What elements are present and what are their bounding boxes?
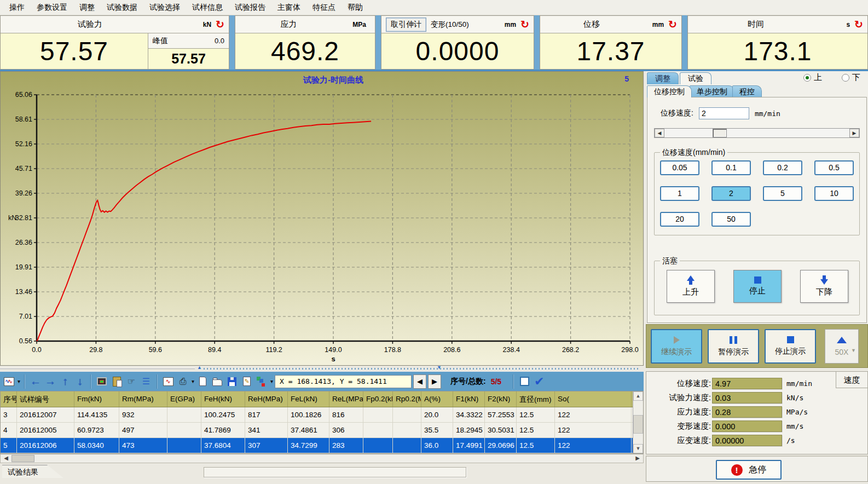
table-row-3[interactable]: 3201612007114.4135932100.2475817100.1826… (1, 407, 633, 423)
menu-item-4[interactable]: 试验选择 (143, 1, 186, 15)
slider-thumb[interactable] (713, 129, 727, 137)
piston-stop-button[interactable]: 停止 (733, 270, 782, 303)
tab-adjust[interactable]: 调整 (647, 72, 679, 84)
speed-preset-2[interactable]: 2 (711, 186, 751, 201)
speed-preset-1[interactable]: 1 (660, 186, 699, 201)
print-dropdown-icon[interactable]: ▾ (192, 378, 194, 384)
menu-item-3[interactable]: 试验数据 (101, 1, 143, 15)
table-row-5[interactable]: 520161200658.034047337.680430734.7299283… (1, 438, 633, 453)
tab-speed[interactable]: 速度 (836, 372, 867, 388)
piston-up-button[interactable]: 上升 (667, 270, 715, 303)
table-row-4[interactable]: 420161200560.972349741.786934137.4861306… (1, 423, 633, 438)
scroll-thumb[interactable] (633, 415, 643, 434)
confirm-check-icon[interactable]: ✔ (533, 375, 546, 388)
splitter-collapse-up-icon[interactable]: ▲ (197, 365, 202, 370)
scroll-left-icon[interactable]: ◀ (1, 454, 11, 463)
save-icon[interactable] (225, 375, 239, 388)
radio-up[interactable]: 上 (803, 72, 822, 83)
speed-preset-0.1[interactable]: 0.1 (711, 160, 751, 175)
report-icon[interactable]: ✎ (240, 375, 253, 388)
menu-item-5[interactable]: 试样信息 (186, 1, 229, 15)
emergency-stop-button[interactable]: ! 急停 (716, 460, 782, 480)
tab-test-results[interactable]: 试验结果 (2, 465, 63, 478)
slider-left-icon[interactable]: ◀ (655, 129, 664, 137)
menu-item-1[interactable]: 参数设置 (31, 1, 73, 15)
deformation-refresh-icon[interactable]: ↻ (520, 19, 529, 30)
export-icon[interactable] (255, 375, 268, 388)
table-horizontal-scrollbar[interactable]: ◀ ▶ (0, 454, 644, 463)
svg-text:32.81: 32.81 (15, 214, 32, 222)
stop-demo-button[interactable]: 停止演示 (765, 329, 816, 364)
force-refresh-icon[interactable]: ↻ (216, 19, 224, 30)
chart-table-splitter[interactable]: ▲ ▼ (0, 366, 644, 371)
force-time-chart[interactable]: 65.0658.6152.1645.7139.2632.8126.3619.91… (0, 71, 644, 366)
subtab-program-control[interactable]: 程控 (732, 85, 762, 97)
export-dropdown-icon[interactable]: ▾ (270, 378, 273, 384)
tab-test[interactable]: 试验 (680, 72, 711, 84)
menu-item-9[interactable]: 帮助 (342, 1, 369, 15)
svg-text:52.16: 52.16 (15, 140, 32, 148)
speed-preset-50[interactable]: 50 (711, 212, 751, 227)
data-list-icon[interactable]: ☰ (140, 375, 153, 388)
displacement-refresh-icon[interactable]: ↻ (668, 19, 677, 30)
deformation-panel: 取引伸计 变形(10/50) mm ↻ 0.0000 (381, 15, 534, 70)
radio-up-dot[interactable] (803, 74, 811, 82)
radio-down-dot[interactable] (842, 74, 849, 82)
menu-item-8[interactable]: 特征点 (306, 1, 342, 15)
speed-preset-0.5[interactable]: 0.5 (814, 160, 854, 175)
curve-type-dropdown-icon[interactable]: ▾ (18, 378, 20, 384)
curve-type-icon[interactable]: ∿∿ (2, 375, 15, 388)
new-file-icon[interactable] (196, 375, 209, 388)
pan-right-icon[interactable]: → (44, 375, 57, 388)
readout-row: 试验力 kN ↻ 57.57 峰值 0.0 57.57 应力 MPa 469.2… (0, 15, 868, 71)
pan-up-icon[interactable]: ↑ (59, 375, 72, 388)
next-point-button[interactable]: ▶ (428, 374, 441, 389)
scroll-up-icon[interactable]: ▲ (633, 391, 643, 401)
speed-preset-10[interactable]: 10 (814, 186, 854, 201)
table-header-row[interactable]: 序号试样编号Fm(kN)Rm(MPa)E(GPa)FeH(kN)ReH(MPa)… (1, 391, 633, 407)
splitter-collapse-down-icon[interactable]: ▼ (437, 365, 442, 370)
pan-down-icon[interactable]: ↓ (73, 375, 86, 388)
menu-item-7[interactable]: 主窗体 (271, 1, 306, 15)
menu-item-2[interactable]: 调整 (73, 1, 101, 15)
curve-view-icon[interactable]: ∿ (161, 375, 175, 388)
speed-preset-0.2[interactable]: 0.2 (763, 160, 802, 175)
pause-demo-button[interactable]: 暂停演示 (708, 329, 759, 364)
menu-item-0[interactable]: 操作 (3, 1, 31, 15)
piston-up-label: 上升 (682, 287, 699, 297)
pan-left-icon[interactable]: ← (29, 375, 42, 388)
status-field (204, 467, 466, 477)
paste-icon[interactable] (110, 375, 123, 388)
slider-right-icon[interactable]: ▶ (849, 129, 859, 137)
piston-down-button[interactable]: 下降 (800, 270, 848, 303)
point-pick-icon[interactable]: ☞ (125, 375, 138, 388)
demo-speed-multiplier[interactable]: 50X ▼ (825, 329, 859, 364)
scroll-down-icon[interactable]: ▼ (633, 444, 643, 453)
speed-presets-group: 位移速度(mm/min) 0.050.10.20.5125102050 (654, 152, 860, 235)
slider-track[interactable] (664, 129, 849, 137)
print-icon[interactable]: ⎙ (176, 375, 189, 388)
speed-preset-20[interactable]: 20 (660, 212, 699, 227)
fullscreen-icon[interactable] (95, 375, 108, 388)
menu-item-6[interactable]: 试验报告 (229, 1, 271, 15)
prev-point-button[interactable]: ◀ (413, 374, 426, 389)
extensometer-button[interactable]: 取引伸计 (386, 18, 426, 32)
svg-text:29.8: 29.8 (89, 346, 102, 354)
subtab-displacement-control[interactable]: 位移控制 (647, 85, 692, 97)
speed-slider[interactable]: ◀ ▶ (654, 128, 860, 138)
time-refresh-icon[interactable]: ↻ (854, 19, 863, 30)
open-folder-icon[interactable] (211, 375, 224, 388)
subtab-step-control[interactable]: 单步控制 (690, 85, 734, 97)
scroll-right-icon[interactable]: ▶ (632, 454, 643, 463)
deformation-label: 变形(10/50) (431, 20, 469, 30)
radio-down[interactable]: 下 (842, 72, 860, 83)
table-vertical-scrollbar[interactable]: ▲ ▼ (633, 391, 643, 453)
speed-input[interactable] (699, 107, 749, 119)
continue-demo-button[interactable]: 继续演示 (651, 329, 702, 364)
select-checkbox[interactable] (518, 375, 531, 388)
speed-preset-5[interactable]: 5 (763, 186, 802, 201)
speed-preset-0.05[interactable]: 0.05 (660, 160, 699, 175)
chart-title: 试验力-时间曲线 (303, 75, 363, 84)
scroll-thumb[interactable] (11, 455, 34, 462)
multiplier-dropdown-icon[interactable]: ▼ (851, 348, 856, 353)
